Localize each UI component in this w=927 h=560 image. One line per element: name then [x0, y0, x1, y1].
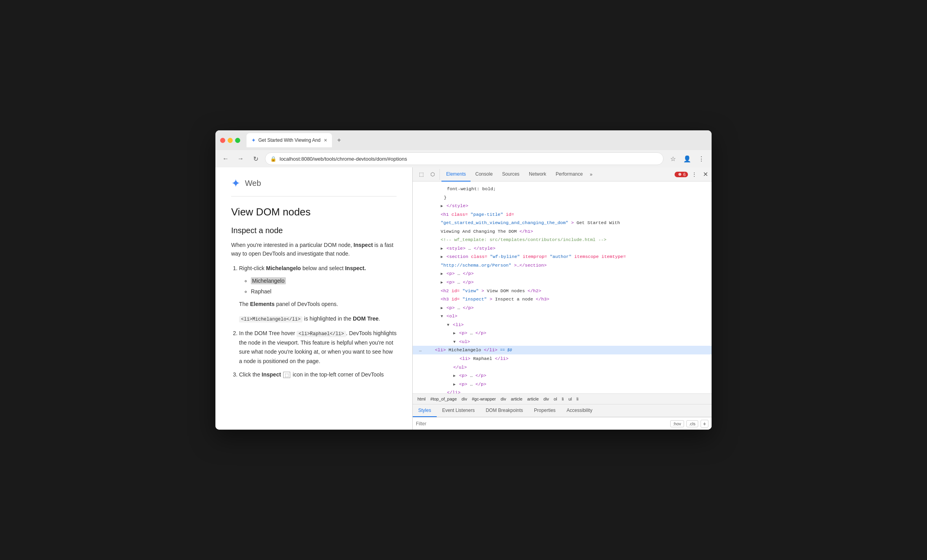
devtools-device-icon[interactable]: ⬡ — [428, 169, 437, 180]
collapse-icon[interactable]: ▶ — [453, 382, 456, 387]
dom-line[interactable]: </li> — [413, 388, 712, 393]
collapse-icon[interactable]: ▼ — [453, 340, 456, 344]
michelangelo-highlighted: Michelangelo — [251, 277, 286, 284]
collapse-icon[interactable]: ▶ — [441, 272, 443, 276]
breadcrumb-gc-wrapper[interactable]: #gc-wrapper — [470, 396, 497, 402]
collapse-icon[interactable]: ▶ — [441, 306, 443, 310]
dom-line[interactable]: ▼ <li> — [413, 321, 712, 329]
dom-tag: </h1> — [519, 229, 533, 234]
dom-line[interactable]: } — [413, 193, 712, 202]
collapse-icon[interactable]: ▶ — [441, 204, 443, 208]
collapse-icon[interactable]: ▶ — [441, 280, 443, 285]
menu-button[interactable]: ⋮ — [696, 153, 707, 164]
dom-line[interactable]: ▶ <p> … </p> — [413, 329, 712, 337]
back-button[interactable]: ← — [220, 153, 231, 164]
dom-tag: </p> — [463, 305, 474, 310]
dom-line[interactable]: "http://schema.org/Person" >…</section> — [413, 261, 712, 270]
tab-dom-breakpoints[interactable]: DOM Breakpoints — [480, 404, 528, 417]
breadcrumb-article-2[interactable]: article — [526, 396, 540, 402]
dom-line[interactable]: ▼ <ol> — [413, 312, 712, 321]
forward-button[interactable]: → — [235, 153, 246, 164]
devtools-menu-button[interactable]: ⋮ — [690, 170, 699, 179]
active-tab[interactable]: ✦ Get Started With Viewing And ✕ — [247, 133, 332, 147]
tab-properties[interactable]: Properties — [528, 404, 561, 417]
breadcrumb-li-1[interactable]: li — [560, 396, 565, 402]
dom-line[interactable]: <h1 class= "page-title" id= — [413, 210, 712, 219]
breadcrumb-li-2[interactable]: li — [575, 396, 580, 402]
subsection-title: Inspect a node — [231, 226, 397, 235]
dom-tag: > — [481, 288, 484, 293]
devtools-select-icon[interactable]: ⬚ — [417, 169, 426, 180]
tab-event-listeners[interactable]: Event Listeners — [437, 404, 480, 417]
dom-line[interactable]: "get_started_with_viewing_and_changing_t… — [413, 219, 712, 227]
dom-line[interactable]: ▶ <style> … </style> — [413, 244, 712, 253]
profile-button[interactable]: 👤 — [682, 153, 693, 164]
tab-accessibility[interactable]: Accessibility — [561, 404, 598, 417]
dom-line[interactable]: font-weight: bold; — [413, 185, 712, 193]
close-traffic-light[interactable] — [220, 138, 225, 143]
add-filter-button[interactable]: + — [701, 420, 708, 428]
dom-line[interactable]: ▶ <p> … </p> — [413, 371, 712, 380]
dom-tag: <h1 — [441, 212, 452, 217]
tab-sources[interactable]: Sources — [497, 167, 524, 182]
dom-line[interactable]: ▶ <p> … </p> — [413, 269, 712, 278]
dom-line-selected[interactable]: … <li> Michelangelo </li> == $0 — [413, 346, 712, 354]
site-logo-icon: ✦ — [231, 177, 240, 190]
dom-line[interactable]: ▶ <p> … </p> — [413, 304, 712, 312]
ellipsis-indicator: … — [419, 348, 422, 352]
page-content: ✦ Web View DOM nodes Inspect a node When… — [215, 167, 412, 430]
hov-badge[interactable]: :hov — [670, 420, 684, 427]
url-bar[interactable]: 🔒 localhost:8080/web/tools/chrome-devtoo… — [265, 152, 664, 165]
tab-console[interactable]: Console — [471, 167, 497, 182]
collapse-icon[interactable]: ▶ — [441, 247, 443, 251]
dom-line[interactable]: ▼ <ul> — [413, 337, 712, 346]
collapse-icon[interactable]: ▼ — [441, 314, 443, 319]
breadcrumb-div-2[interactable]: div — [499, 396, 508, 402]
breadcrumb-div-3[interactable]: div — [542, 396, 551, 402]
lock-icon: 🔒 — [270, 156, 276, 162]
new-tab-button[interactable]: + — [334, 135, 345, 146]
dom-attr-name: id= — [452, 297, 460, 302]
collapse-icon[interactable]: ▶ — [441, 255, 443, 259]
dom-line[interactable]: ▶ <section class= "wf-byline" itemprop= … — [413, 252, 712, 261]
dom-line[interactable]: <h3 id= "inspect" > Inspect a node </h3> — [413, 295, 712, 304]
dom-line[interactable]: ▶ <p> … </p> — [413, 380, 712, 389]
breadcrumb-top-of-page[interactable]: #top_of_page — [429, 396, 458, 402]
tab-styles[interactable]: Styles — [413, 404, 437, 417]
collapse-icon[interactable]: ▼ — [447, 323, 449, 327]
dom-line[interactable]: <h2 id= "view" > View DOM nodes </h2> — [413, 287, 712, 295]
minimize-traffic-light[interactable] — [228, 138, 233, 143]
refresh-button[interactable]: ↻ — [250, 153, 261, 164]
devtools-close-button[interactable]: ✕ — [701, 170, 710, 179]
dom-line[interactable]: ▶ </style> — [413, 202, 712, 210]
dom-tree[interactable]: font-weight: bold; } ▶ </style> <h1 clas… — [413, 182, 712, 393]
cls-badge[interactable]: .cls — [686, 420, 699, 427]
tab-elements[interactable]: Elements — [441, 167, 471, 182]
breadcrumb-div-1[interactable]: div — [460, 396, 469, 402]
tab-overflow[interactable]: » — [588, 172, 595, 177]
raphael-item: Raphael — [251, 287, 397, 297]
star-button[interactable]: ☆ — [667, 153, 679, 164]
dom-tag: <p> — [459, 330, 467, 336]
collapse-icon[interactable]: ▶ — [453, 374, 456, 378]
breadcrumb-article-1[interactable]: article — [509, 396, 524, 402]
filter-input[interactable] — [416, 421, 667, 426]
breadcrumb-bar: html #top_of_page div #gc-wrapper div ar… — [413, 393, 712, 404]
dom-line[interactable]: Viewing And Changing The DOM </h1> — [413, 227, 712, 236]
dom-line[interactable]: ▶ <p> … </p> — [413, 278, 712, 287]
tab-performance[interactable]: Performance — [551, 167, 588, 182]
dom-line[interactable]: </ul> — [413, 363, 712, 372]
dom-text: … — [468, 246, 471, 251]
dom-line[interactable]: <!-- wf_template: src/templates/contribu… — [413, 235, 712, 244]
dom-tag: </style> — [447, 203, 468, 208]
collapse-icon[interactable]: ▶ — [453, 331, 456, 336]
dom-tag: <section — [447, 254, 471, 259]
tab-close-button[interactable]: ✕ — [324, 138, 327, 143]
breadcrumb-html[interactable]: html — [416, 396, 427, 402]
dom-line[interactable]: <li> Raphael </li> — [413, 354, 712, 363]
tab-network[interactable]: Network — [524, 167, 551, 182]
maximize-traffic-light[interactable] — [235, 138, 240, 143]
breadcrumb-ul[interactable]: ul — [567, 396, 574, 402]
dom-tag: </h2> — [528, 288, 541, 293]
breadcrumb-ol[interactable]: ol — [552, 396, 559, 402]
